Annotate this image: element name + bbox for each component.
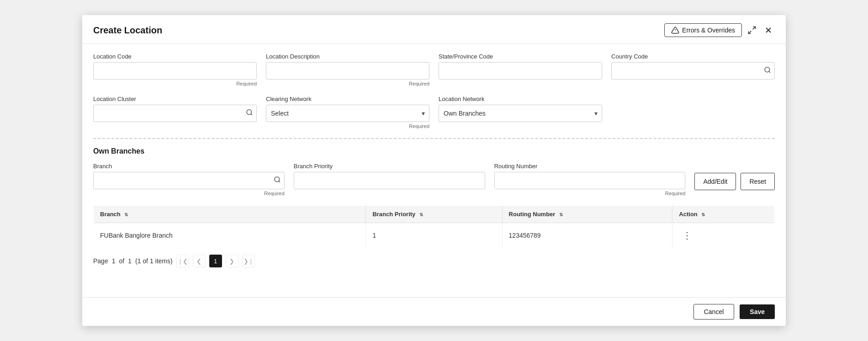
country-code-input-wrapper <box>611 62 775 80</box>
svg-line-3 <box>749 31 752 34</box>
location-network-select[interactable]: Own Branches <box>439 105 602 122</box>
page-1-button[interactable]: 1 <box>209 255 222 267</box>
location-cluster-input[interactable] <box>93 105 257 122</box>
routing-number-input-wrapper <box>494 172 686 189</box>
clearing-network-label: Clearing Network <box>266 96 429 102</box>
location-desc-label: Location Description <box>266 53 429 60</box>
country-code-input[interactable] <box>611 62 775 80</box>
branch-search-icon[interactable] <box>274 176 281 185</box>
branch-action-buttons: Add/Edit Reset <box>694 163 775 190</box>
country-code-group: Country Code <box>611 53 775 86</box>
routing-number-required: Required <box>494 191 686 196</box>
total-pages: 1 <box>128 257 132 265</box>
form-row-2: Location Cluster Clearing Network Selec <box>93 96 775 129</box>
page-label: Page <box>93 257 108 265</box>
expand-button[interactable] <box>746 24 758 37</box>
svg-point-6 <box>765 67 770 72</box>
header-actions: Errors & Overrides <box>664 23 775 37</box>
form-row-1: Location Code Required Location Descript… <box>93 53 775 86</box>
location-network-label: Location Network <box>439 96 602 102</box>
routing-number-group: Routing Number Required <box>494 163 686 196</box>
location-code-label: Location Code <box>93 53 257 60</box>
branch-input[interactable] <box>93 172 285 189</box>
col-action-label: Action <box>679 211 697 218</box>
location-network-group: Location Network Own Branches ▾ <box>439 96 602 129</box>
close-button[interactable] <box>762 24 775 37</box>
of-label: of <box>119 257 125 265</box>
col-branch-priority[interactable]: Branch Priority ⇅ <box>366 206 502 223</box>
location-desc-required: Required <box>266 81 429 86</box>
reset-button[interactable]: Reset <box>741 173 775 190</box>
svg-line-7 <box>769 71 770 73</box>
location-code-input[interactable] <box>93 62 257 80</box>
svg-line-9 <box>251 114 252 115</box>
col-branch-label: Branch <box>100 211 121 218</box>
location-code-required: Required <box>93 81 257 86</box>
pagination: Page 1 of 1 (1 of 1 items) ❘❮ ❮ 1 ❯ ❯❘ <box>93 255 775 267</box>
first-page-button[interactable]: ❘❮ <box>176 255 189 267</box>
branch-priority-input[interactable] <box>294 172 485 189</box>
section-title: Own Branches <box>93 147 775 155</box>
next-page-button[interactable]: ❯ <box>226 255 238 267</box>
branch-priority-sort-icon: ⇅ <box>419 212 423 217</box>
col-branch-priority-label: Branch Priority <box>372 211 415 218</box>
row-more-menu-button[interactable]: ⋮ <box>679 229 695 242</box>
state-province-group: State/Province Code <box>439 53 602 86</box>
cell-action: ⋮ <box>672 223 775 248</box>
location-network-select-wrapper: Own Branches ▾ <box>439 105 602 122</box>
current-page: 1 <box>112 257 116 265</box>
add-edit-button[interactable]: Add/Edit <box>694 173 736 190</box>
svg-line-2 <box>753 27 756 30</box>
routing-number-input[interactable] <box>494 172 686 189</box>
branch-priority-input-wrapper <box>294 172 485 189</box>
branch-priority-label: Branch Priority <box>294 163 485 170</box>
clearing-network-group: Clearing Network Select ▾ Required <box>266 96 429 129</box>
state-province-input-wrapper <box>439 62 602 80</box>
branch-group: Branch Required <box>93 163 285 196</box>
branch-sort-icon: ⇅ <box>124 212 128 217</box>
location-desc-input-wrapper <box>266 62 429 80</box>
branches-table: Branch ⇅ Branch Priority ⇅ Routing Numbe… <box>93 205 775 248</box>
table-header: Branch ⇅ Branch Priority ⇅ Routing Numbe… <box>94 206 775 223</box>
items-label: (1 of 1 items) <box>135 257 173 265</box>
action-sort-icon: ⇅ <box>701 212 705 217</box>
col-routing-number[interactable]: Routing Number ⇅ <box>502 206 672 223</box>
country-code-search-icon[interactable] <box>764 66 771 75</box>
modal-title: Create Location <box>93 25 162 36</box>
location-desc-input[interactable] <box>266 62 429 80</box>
branch-input-wrapper <box>93 172 285 189</box>
branch-form-row: Branch Required Branch Priority <box>93 163 775 196</box>
location-cluster-group: Location Cluster <box>93 96 257 129</box>
modal-header: Create Location Errors & Overrides <box>82 15 786 44</box>
col-action[interactable]: Action ⇅ <box>672 206 775 223</box>
close-icon <box>764 26 773 35</box>
clearing-network-select[interactable]: Select <box>266 105 429 122</box>
errors-overrides-button[interactable]: Errors & Overrides <box>664 23 742 37</box>
col-branch[interactable]: Branch ⇅ <box>94 206 366 223</box>
svg-line-11 <box>279 181 280 182</box>
warning-icon <box>671 26 679 34</box>
table-row: FUBank Banglore Branch 1 123456789 ⋮ <box>94 223 775 248</box>
last-page-button[interactable]: ❯❘ <box>242 255 255 267</box>
location-cluster-search-icon[interactable] <box>246 109 253 118</box>
save-button[interactable]: Save <box>740 304 775 319</box>
section-divider <box>93 138 775 139</box>
modal-footer: Cancel Save <box>82 297 786 326</box>
location-desc-group: Location Description Required <box>266 53 429 86</box>
state-province-input[interactable] <box>439 62 602 80</box>
prev-page-button[interactable]: ❮ <box>193 255 206 267</box>
cell-branch: FUBank Banglore Branch <box>94 223 366 248</box>
clearing-network-required: Required <box>266 123 429 129</box>
routing-number-sort-icon: ⇅ <box>559 212 563 217</box>
cancel-button[interactable]: Cancel <box>693 304 735 320</box>
svg-point-10 <box>275 177 280 182</box>
location-code-input-wrapper <box>93 62 257 80</box>
cell-branch-priority: 1 <box>366 223 502 248</box>
branch-priority-group: Branch Priority <box>294 163 485 189</box>
clearing-network-select-wrapper: Select ▾ <box>266 105 429 122</box>
table-body: FUBank Banglore Branch 1 123456789 ⋮ <box>94 223 775 248</box>
state-province-label: State/Province Code <box>439 53 602 60</box>
location-code-group: Location Code Required <box>93 53 257 86</box>
routing-number-label: Routing Number <box>494 163 686 170</box>
col-routing-number-label: Routing Number <box>509 211 556 218</box>
